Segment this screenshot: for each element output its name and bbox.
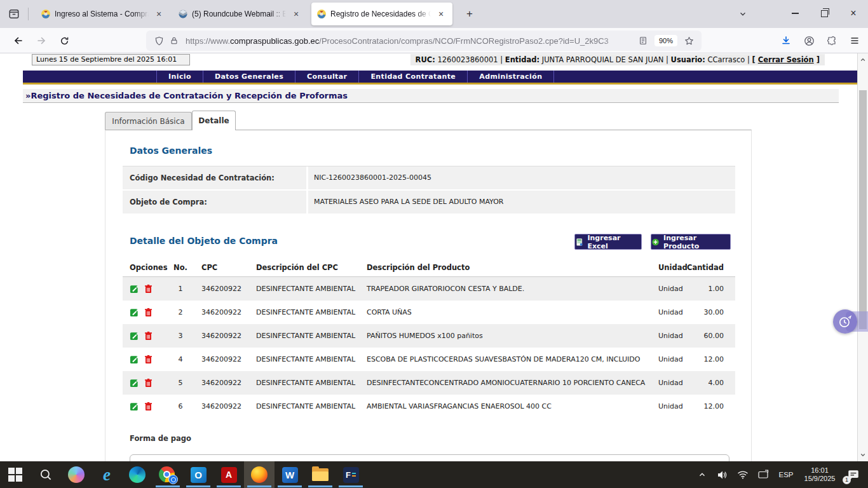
bookmark-star-icon[interactable] xyxy=(681,33,696,48)
notification-center-icon[interactable]: 1 xyxy=(841,461,865,488)
reader-view-icon[interactable] xyxy=(635,33,651,48)
ingresar-excel-button[interactable]: Ingresar Excel xyxy=(574,234,642,250)
taskbar-word-icon[interactable]: W xyxy=(275,461,305,488)
menu-hamburger-icon[interactable] xyxy=(845,31,864,50)
edit-icon[interactable] xyxy=(130,331,139,341)
tab-roundcube-webmail[interactable]: (5) Roundcube Webmail :: Entra × xyxy=(173,3,308,25)
product-description: AMBIENTAL VARIASFRAGANCIAS ENAEROSOL 400… xyxy=(367,395,650,418)
delete-trash-icon[interactable] xyxy=(144,402,153,411)
taskbar-edge-icon[interactable] xyxy=(122,461,153,488)
nav-item-entidad-contratante[interactable]: Entidad Contratante xyxy=(359,71,468,83)
window-minimize-button[interactable] xyxy=(780,0,810,27)
url-bar[interactable]: https://www.compraspublicas.gob.ec/Proce… xyxy=(146,30,702,51)
taskbar-firefox-icon[interactable] xyxy=(244,461,275,488)
downloads-icon[interactable] xyxy=(776,31,796,50)
firefox-view-icon[interactable] xyxy=(5,6,23,22)
scrollbar-thumb[interactable] xyxy=(859,90,867,329)
forma-de-pago-field[interactable] xyxy=(130,454,729,461)
taskbar-chrome-icon[interactable] xyxy=(153,461,183,488)
edit-icon[interactable] xyxy=(130,355,139,364)
taskbar-internet-explorer-icon[interactable]: e xyxy=(92,461,122,488)
delete-trash-icon[interactable] xyxy=(144,378,153,388)
tray-chevron-up-icon[interactable] xyxy=(693,461,712,488)
edit-icon[interactable] xyxy=(130,402,139,411)
user-value: CCarrasco xyxy=(708,55,745,64)
edit-icon[interactable] xyxy=(130,284,139,294)
lock-icon[interactable] xyxy=(166,33,182,48)
quantity: 60.00 xyxy=(679,324,724,348)
window-restore-button[interactable] xyxy=(810,0,839,27)
product-description: DESINFECTANTECONCENTRADO AMONIOCUATERNAR… xyxy=(367,371,650,395)
taskbar-copilot-icon[interactable] xyxy=(61,461,92,488)
timer-clock-icon[interactable] xyxy=(833,309,857,334)
nav-item-datos-generales[interactable]: Datos Generales xyxy=(203,71,295,83)
nav-item-inicio[interactable]: Inicio xyxy=(156,71,203,83)
add-circle-icon xyxy=(651,238,660,247)
language-indicator[interactable]: ESP xyxy=(774,471,798,478)
taskbar-search-icon[interactable] xyxy=(31,461,61,488)
display-cast-icon[interactable] xyxy=(754,461,773,488)
windows-logo-icon xyxy=(8,468,22,482)
delete-trash-icon[interactable] xyxy=(144,308,153,317)
taskbar-fes-app-icon[interactable]: F xyxy=(336,461,366,488)
field-label: Objeto de Compra: xyxy=(123,191,306,214)
main-navigation: Inicio Datos Generales Consultar Entidad… xyxy=(23,71,857,85)
floating-timer-widget[interactable] xyxy=(833,309,868,334)
table-row: 1 346200922 DESINFECTANTE AMBIENTAL TRAP… xyxy=(123,277,735,301)
reload-button[interactable] xyxy=(55,31,74,50)
tab-close-icon[interactable]: × xyxy=(435,8,447,20)
table-header-row: Opciones No. CPC Descripción del CPC Des… xyxy=(123,260,735,277)
row-number: 1 xyxy=(172,277,189,301)
start-button[interactable] xyxy=(0,461,31,488)
tab-informacion-basica[interactable]: Información Básica xyxy=(105,112,192,130)
page-scrollbar[interactable] xyxy=(857,53,868,461)
tab-close-icon[interactable]: × xyxy=(290,8,302,20)
back-button[interactable] xyxy=(9,31,28,50)
nav-item-administracion[interactable]: Administración xyxy=(468,71,554,83)
taskbar-file-explorer-icon[interactable] xyxy=(305,461,336,488)
cpc-code: 346200922 xyxy=(201,301,255,324)
shield-icon[interactable] xyxy=(151,33,166,48)
quantity: 4.00 xyxy=(679,371,724,395)
separator: | xyxy=(747,55,750,64)
col-cpc: CPC xyxy=(201,260,255,275)
browser-tab-bar: Ingreso al Sistema - Compras P × (5) Rou… xyxy=(0,0,868,28)
logout-link[interactable]: [ Cerrar Sesión ] xyxy=(752,55,820,64)
edit-icon[interactable] xyxy=(130,378,139,388)
delete-trash-icon[interactable] xyxy=(144,331,153,341)
scroll-up-icon[interactable] xyxy=(858,55,868,65)
scroll-down-icon[interactable] xyxy=(858,450,868,460)
url-text[interactable]: https://www.compraspublicas.gob.ec/Proce… xyxy=(186,36,635,46)
wifi-icon[interactable] xyxy=(733,461,752,488)
new-tab-button[interactable]: + xyxy=(461,6,478,22)
zoom-level-badge[interactable]: 90% xyxy=(654,35,677,46)
field-row-codigo: Código Necesidad de Contratación: NIC-12… xyxy=(123,166,735,189)
edit-icon[interactable] xyxy=(130,308,139,317)
row-number: 2 xyxy=(172,301,189,324)
taskbar-outlook-icon[interactable]: O xyxy=(183,461,214,488)
ingresar-producto-button[interactable]: Ingresar Producto xyxy=(651,234,731,250)
table-row: 2 346200922 DESINFECTANTE AMBIENTAL CORT… xyxy=(123,301,735,324)
account-icon[interactable] xyxy=(799,31,818,50)
chrome-profile-badge xyxy=(168,475,178,484)
window-close-button[interactable]: × xyxy=(839,0,868,27)
notification-count-badge: 1 xyxy=(843,476,851,484)
forward-button[interactable] xyxy=(32,31,51,50)
extensions-puzzle-icon[interactable] xyxy=(822,31,841,50)
row-actions xyxy=(130,395,174,418)
list-all-tabs-chevron-icon[interactable] xyxy=(735,6,751,22)
nav-item-consultar[interactable]: Consultar xyxy=(295,71,359,83)
tab-ingreso-sistema[interactable]: Ingreso al Sistema - Compras P × xyxy=(36,3,170,25)
tab-registro-necesidades[interactable]: Registro de Necesidades de Co × xyxy=(311,3,452,25)
delete-trash-icon[interactable] xyxy=(144,284,153,294)
tab-detalle[interactable]: Detalle xyxy=(192,111,236,130)
tab-close-icon[interactable]: × xyxy=(153,8,165,20)
field-label: Código Necesidad de Contratación: xyxy=(123,166,306,189)
entity-value: JUNTA PARROQUIAL DE SAN JUAN xyxy=(542,55,664,64)
volume-icon[interactable] xyxy=(713,461,732,488)
table-row: 6 346200922 DESINFECTANTE AMBIENTAL AMBI… xyxy=(123,395,735,418)
taskbar-acrobat-icon[interactable]: A xyxy=(214,461,244,488)
tray-clock[interactable]: 16:01 15/9/2025 xyxy=(799,466,840,483)
excel-file-icon xyxy=(575,238,583,247)
delete-trash-icon[interactable] xyxy=(144,355,153,364)
